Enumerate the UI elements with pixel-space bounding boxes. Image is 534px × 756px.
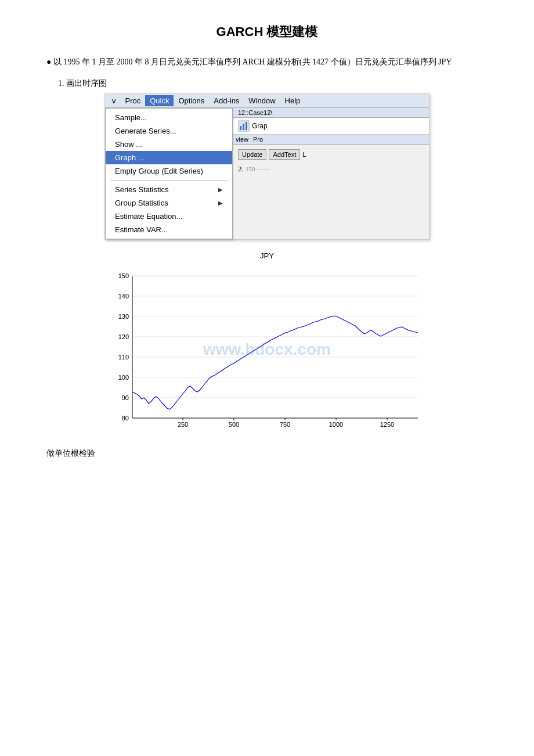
view-label[interactable]: view (236, 136, 248, 143)
addtext-button[interactable]: AddText (269, 149, 300, 160)
menu-item-options[interactable]: Options (174, 95, 209, 106)
dropdown-item-estimate-var[interactable]: Estimate VAR... (106, 223, 232, 236)
toolbar-row: Update AddText L (233, 147, 429, 162)
arrow-right-icon: ▶ (218, 186, 223, 193)
chart-title: JPY (104, 251, 430, 260)
svg-text:1000: 1000 (329, 421, 343, 428)
menu-screenshot: v Proc Quick Options Add-ins Window Help… (104, 93, 430, 240)
dropdown-item-estimate-eq[interactable]: Estimate Equation... (106, 210, 232, 223)
menu-item-v[interactable]: v (107, 95, 121, 106)
svg-text:150: 150 (118, 272, 129, 279)
chart-wrapper: JPY 150 140 130 120 110 100 90 80 (104, 251, 430, 437)
svg-text:500: 500 (229, 421, 239, 428)
svg-text:80: 80 (122, 415, 129, 422)
svg-text:140: 140 (118, 293, 129, 300)
proc-label[interactable]: Pro (253, 136, 263, 143)
chart-svg: 150 140 130 120 110 100 90 80 250 500 75… (104, 262, 430, 437)
right-content: 12::Case12\ Grap view Pro Update AddText… (233, 108, 429, 239)
svg-rect-1 (240, 126, 241, 130)
page-title: GARCH 模型建模 (46, 23, 488, 41)
svg-text:100: 100 (118, 374, 129, 381)
menu-item-help[interactable]: Help (280, 95, 305, 106)
step2-label: 2. 150 —— (233, 162, 429, 176)
dropdown-divider-1 (110, 180, 228, 181)
menu-item-window[interactable]: Window (244, 95, 280, 106)
svg-text:90: 90 (122, 394, 129, 401)
dropdown-item-generate[interactable]: Generate Series... (106, 124, 232, 138)
step1-label: 1. 画出时序图 (58, 78, 488, 89)
svg-rect-3 (246, 122, 247, 130)
dropdown-item-show[interactable]: Show ... (106, 138, 232, 151)
menu-item-quick[interactable]: Quick (145, 95, 174, 106)
quick-dropdown: Sample... Generate Series... Show ... Gr… (105, 108, 233, 239)
svg-text:750: 750 (280, 421, 290, 428)
graph-label: Grap (252, 122, 268, 130)
arrow-right-icon-2: ▶ (218, 200, 223, 206)
view-proc-row: view Pro (233, 135, 429, 145)
svg-rect-2 (243, 124, 244, 130)
dropdown-item-group-stats[interactable]: Group Statistics ▶ (106, 196, 232, 210)
dropdown-item-series-stats[interactable]: Series Statistics ▶ (106, 183, 232, 196)
svg-text:250: 250 (178, 421, 188, 428)
svg-text:1250: 1250 (380, 421, 394, 428)
svg-text:130: 130 (118, 313, 129, 320)
menu-bar[interactable]: v Proc Quick Options Add-ins Window Help (105, 94, 429, 108)
graph-icon (238, 120, 250, 132)
chart-container: 150 140 130 120 110 100 90 80 250 500 75… (104, 262, 430, 437)
path-bar: 12::Case12\ (233, 108, 429, 118)
menu-item-addins[interactable]: Add-ins (209, 95, 244, 106)
svg-text:110: 110 (118, 354, 129, 361)
footer-text: 做单位根检验 (46, 448, 488, 459)
menu-item-proc[interactable]: Proc (121, 95, 146, 106)
more-buttons: L (302, 151, 306, 158)
dropdown-item-graph[interactable]: Graph ... (106, 151, 232, 164)
update-button[interactable]: Update (238, 149, 266, 160)
dropdown-item-sample[interactable]: Sample... (106, 111, 232, 124)
graph-row: Grap (233, 118, 429, 135)
intro-paragraph: ● 以 1995 年 1 月至 2000 年 8 月日元兑美元汇率值序列 ARC… (46, 55, 488, 69)
svg-rect-4 (104, 265, 430, 434)
svg-text:120: 120 (118, 333, 129, 340)
dropdown-item-empty-group[interactable]: Empty Group (Edit Series) (106, 164, 232, 178)
